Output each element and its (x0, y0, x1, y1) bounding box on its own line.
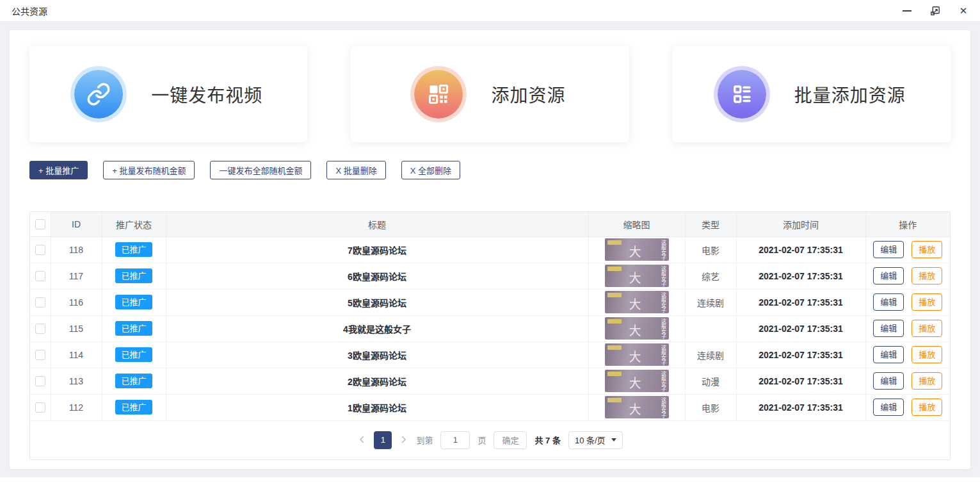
row-checkbox[interactable] (35, 324, 45, 334)
header-time: 添加时间 (736, 212, 865, 236)
row-type (685, 315, 736, 342)
play-button[interactable]: 播放 (912, 267, 942, 285)
action-cards: 一键发布视频 添加资源 (29, 46, 951, 142)
status-badge: 已推广 (115, 400, 152, 415)
row-type: 连续剧 (685, 289, 736, 315)
play-button[interactable]: 播放 (912, 399, 942, 416)
select-all-checkbox[interactable] (35, 219, 45, 229)
edit-button[interactable]: 编辑 (873, 267, 904, 285)
row-type: 电影 (685, 394, 736, 420)
row-title: 7欧皇源码论坛 (166, 236, 588, 263)
row-title: 4我就是这般女子 (166, 315, 588, 342)
row-checkbox[interactable] (35, 271, 45, 281)
row-type: 综艺 (685, 263, 736, 289)
edit-button[interactable]: 编辑 (873, 346, 904, 364)
toolbar: + 批量推广 + 批量发布随机金额 一键发布全部随机金额 X 批量删除 X 全部… (29, 161, 951, 179)
thumb-corner-badge (607, 372, 622, 376)
play-button[interactable]: 播放 (912, 241, 942, 259)
table-row: 112 已推广 1欧皇源码论坛 大这般女子 电影 2021-02-07 17:3… (30, 394, 950, 420)
row-id: 113 (51, 368, 102, 394)
maximize-icon[interactable] (930, 6, 940, 16)
header-thumbnail: 缩略图 (588, 212, 685, 236)
thumbnail-image: 大这般女子 (605, 343, 669, 366)
total-count-label: 共 7 条 (534, 434, 560, 446)
edit-button[interactable]: 编辑 (873, 241, 904, 259)
table-row: 114 已推广 3欧皇源码论坛 大这般女子 连续剧 2021-02-07 17:… (30, 342, 950, 368)
row-title: 5欧皇源码论坛 (166, 289, 588, 315)
row-time: 2021-02-07 17:35:31 (736, 342, 865, 368)
card-label: 一键发布视频 (151, 81, 262, 107)
batch-delete-button[interactable]: X 批量删除 (326, 161, 385, 179)
titlebar: 公共资源 ✕ (0, 0, 980, 22)
page-size-select[interactable]: 10 条/页 (568, 431, 623, 449)
table-row: 118 已推广 7欧皇源码论坛 大这般女子 电影 2021-02-07 17:3… (30, 236, 950, 263)
batch-add-resource-card[interactable]: 批量添加资源 (673, 46, 951, 142)
batch-promote-button[interactable]: + 批量推广 (29, 161, 88, 179)
thumbnail-image: 大这般女子 (605, 317, 669, 340)
row-title: 3欧皇源码论坛 (166, 342, 588, 368)
status-badge: 已推广 (115, 268, 152, 284)
row-time: 2021-02-07 17:35:31 (736, 263, 865, 289)
row-time: 2021-02-07 17:35:31 (736, 394, 865, 420)
row-type: 连续剧 (685, 342, 736, 368)
header-title: 标题 (166, 212, 588, 236)
thumbnail-image: 大这般女子 (605, 370, 669, 392)
close-icon[interactable]: ✕ (958, 6, 968, 16)
row-id: 116 (51, 289, 102, 315)
table-row: 117 已推广 6欧皇源码论坛 大这般女子 综艺 2021-02-07 17:3… (30, 263, 950, 289)
edit-button[interactable]: 编辑 (873, 372, 904, 390)
play-button[interactable]: 播放 (912, 346, 942, 364)
edit-button[interactable]: 编辑 (873, 320, 904, 338)
header-id: ID (51, 212, 102, 236)
publish-video-card[interactable]: 一键发布视频 (29, 46, 307, 142)
row-checkbox[interactable] (35, 245, 45, 255)
status-badge: 已推广 (115, 295, 152, 310)
row-title: 6欧皇源码论坛 (166, 263, 588, 289)
page-size-value: 10 条/页 (575, 434, 606, 446)
add-resource-card[interactable]: 添加资源 (351, 46, 629, 142)
qr-code-icon (414, 70, 463, 119)
goto-suffix-label: 页 (478, 434, 486, 446)
edit-button[interactable]: 编辑 (873, 399, 904, 416)
status-badge: 已推广 (115, 321, 152, 336)
row-checkbox[interactable] (35, 402, 45, 413)
row-checkbox[interactable] (35, 350, 45, 360)
page-background: 一键发布视频 添加资源 (0, 22, 980, 477)
header-type: 类型 (685, 212, 736, 236)
window-controls: ✕ (902, 6, 968, 16)
thumbnail-image: 大这般女子 (605, 396, 669, 418)
row-time: 2021-02-07 17:35:31 (736, 368, 865, 394)
row-id: 118 (51, 236, 102, 263)
main-panel: 一键发布视频 添加资源 (10, 30, 970, 469)
row-id: 112 (51, 394, 102, 420)
goto-prefix-label: 到第 (416, 434, 433, 446)
row-checkbox[interactable] (35, 297, 45, 308)
play-button[interactable]: 播放 (912, 320, 942, 338)
publish-all-random-button[interactable]: 一键发布全部随机金额 (210, 161, 311, 179)
batch-publish-random-button[interactable]: + 批量发布随机金额 (103, 161, 195, 179)
play-button[interactable]: 播放 (912, 293, 942, 311)
delete-all-button[interactable]: X 全部删除 (401, 161, 460, 179)
thumb-corner-badge (607, 293, 622, 297)
play-button[interactable]: 播放 (912, 372, 942, 390)
thumb-corner-badge (607, 345, 622, 350)
thumbnail-image: 大这般女子 (605, 238, 669, 261)
edit-button[interactable]: 编辑 (873, 293, 904, 311)
row-time: 2021-02-07 17:35:31 (736, 289, 865, 315)
thumbnail-image: 大这般女子 (605, 291, 669, 313)
status-badge: 已推广 (115, 347, 152, 363)
next-page-icon[interactable] (399, 435, 408, 445)
minimize-icon[interactable] (902, 6, 912, 16)
header-actions: 操作 (865, 212, 950, 236)
confirm-page-button[interactable]: 确定 (494, 431, 527, 449)
page-number-button[interactable]: 1 (374, 431, 392, 449)
row-checkbox[interactable] (35, 376, 45, 386)
row-title: 1欧皇源码论坛 (166, 394, 588, 420)
prev-page-icon[interactable] (357, 435, 366, 445)
pagination: 1 到第 页 确定 共 7 条 10 条/页 (30, 421, 950, 459)
goto-page-input[interactable] (440, 431, 470, 449)
row-id: 114 (51, 342, 102, 368)
table-row: 116 已推广 5欧皇源码论坛 大这般女子 连续剧 2021-02-07 17:… (30, 289, 950, 315)
row-time: 2021-02-07 17:35:31 (736, 236, 865, 263)
row-id: 115 (51, 315, 102, 342)
